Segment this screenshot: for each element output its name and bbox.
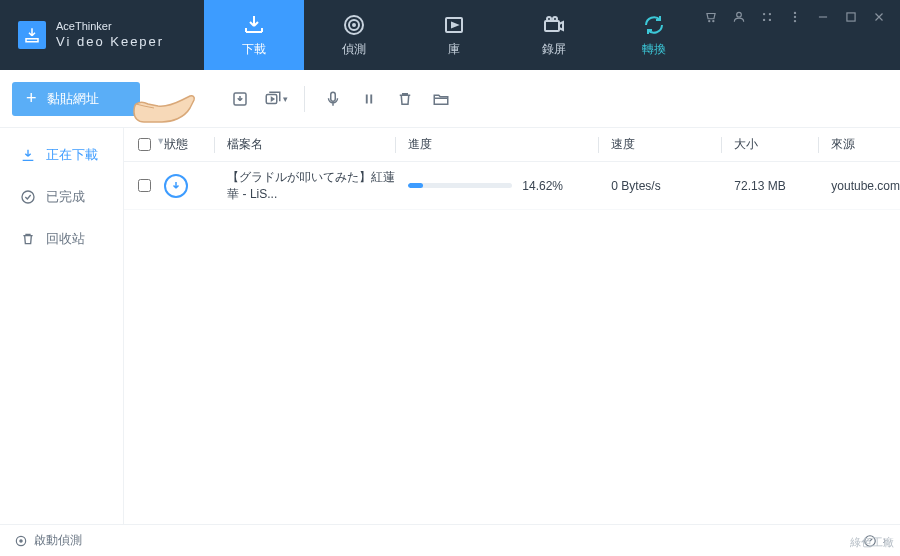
svg-point-8 (763, 13, 765, 15)
convert-icon (642, 13, 666, 37)
watermark: 綠色工廠 (850, 535, 894, 550)
apps-icon[interactable] (760, 10, 774, 24)
minimize-button[interactable] (816, 10, 830, 24)
sidebar-item-trash[interactable]: 回收站 (0, 218, 123, 260)
app-logo-text: AceThinker Vi deo Keeper (56, 19, 164, 50)
svg-point-13 (794, 16, 796, 18)
sidebar-item-label: 已完成 (46, 188, 85, 206)
radar-icon (342, 13, 366, 37)
download-icon (242, 13, 266, 37)
statusbar: 啟動偵測 › (0, 524, 900, 556)
paste-url-label: 黏貼網址 (47, 90, 99, 108)
cart-icon[interactable] (704, 10, 718, 24)
svg-point-7 (737, 12, 742, 17)
download-icon (20, 147, 36, 163)
close-button[interactable] (872, 10, 886, 24)
select-all-checkbox[interactable] (138, 138, 151, 151)
svg-point-11 (769, 19, 771, 21)
nav-tab-record[interactable]: 錄屏 (504, 0, 604, 70)
svg-point-12 (794, 12, 796, 14)
th-progress[interactable]: 進度 (408, 137, 432, 151)
table-row[interactable]: 【グラドルが叩いてみた】紅蓮華 - LiS... 14.62% 0 Bytes/… (124, 162, 900, 210)
trash-icon (20, 231, 36, 247)
toolbar: + 黏貼網址 ▾ (0, 70, 900, 128)
download-single-button[interactable] (222, 82, 258, 116)
table-header: ▼狀態 檔案名 進度 速度 大小 來源 (124, 128, 900, 162)
user-icon[interactable] (732, 10, 746, 24)
row-filename: 【グラドルが叩いてみた】紅蓮華 - LiS... (227, 169, 395, 203)
nav-tab-label: 庫 (448, 41, 460, 58)
svg-point-5 (547, 17, 551, 21)
nav-tab-label: 轉換 (642, 41, 666, 58)
svg-point-14 (794, 20, 796, 22)
folder-button[interactable] (423, 82, 459, 116)
menu-icon[interactable] (788, 10, 802, 24)
th-source[interactable]: 來源 (831, 137, 855, 151)
sort-indicator[interactable]: ▼ (156, 136, 165, 146)
delete-button[interactable] (387, 82, 423, 116)
mic-button[interactable] (315, 82, 351, 116)
maximize-button[interactable] (844, 10, 858, 24)
target-icon (14, 534, 28, 548)
progress-label: 14.62% (522, 179, 563, 193)
separator (304, 86, 305, 112)
toolbar-icons: ▾ (222, 82, 459, 116)
svg-point-10 (763, 19, 765, 21)
svg-point-2 (353, 24, 355, 26)
downloading-status-icon[interactable] (164, 174, 188, 198)
plus-icon: + (26, 88, 37, 109)
pause-button[interactable] (351, 82, 387, 116)
nav-tab-download[interactable]: 下載 (204, 0, 304, 70)
progress-bar (408, 183, 512, 188)
svg-point-19 (22, 191, 34, 203)
batch-download-button[interactable]: ▾ (258, 82, 294, 116)
nav-tab-label: 錄屏 (542, 41, 566, 58)
progress-cell: 14.62% (408, 179, 598, 193)
nav-tab-label: 下載 (242, 41, 266, 58)
app-logo: AceThinker Vi deo Keeper (0, 0, 204, 70)
sidebar-item-label: 回收站 (46, 230, 85, 248)
svg-rect-18 (331, 92, 336, 101)
row-speed: 0 Bytes/s (611, 179, 721, 193)
th-speed[interactable]: 速度 (611, 137, 635, 151)
th-size[interactable]: 大小 (734, 137, 758, 151)
nav-tab-label: 偵測 (342, 41, 366, 58)
nav-tab-convert[interactable]: 轉換 (604, 0, 704, 70)
sidebar: 正在下載 已完成 回收站 (0, 128, 124, 524)
svg-point-21 (20, 539, 22, 541)
window-controls (704, 0, 900, 70)
app-logo-icon (18, 21, 46, 49)
svg-point-9 (769, 13, 771, 15)
th-status[interactable]: 狀態 (164, 137, 188, 151)
nav-tabs: 下載 偵測 庫 錄屏 轉換 (204, 0, 704, 70)
main-area: 正在下載 已完成 回收站 ▼狀態 檔案名 進度 速度 大小 來源 (0, 128, 900, 524)
svg-point-6 (553, 17, 557, 21)
titlebar: AceThinker Vi deo Keeper 下載 偵測 庫 錄屏 轉換 (0, 0, 900, 70)
th-filename[interactable]: 檔案名 (227, 137, 263, 151)
sidebar-item-label: 正在下載 (46, 146, 98, 164)
svg-rect-15 (847, 13, 855, 21)
paste-url-button[interactable]: + 黏貼網址 (12, 82, 140, 116)
nav-tab-detect[interactable]: 偵測 (304, 0, 404, 70)
auto-detect-label: 啟動偵測 (34, 532, 82, 549)
row-checkbox[interactable] (138, 179, 151, 192)
content: ▼狀態 檔案名 進度 速度 大小 來源 【グラドルが叩いてみた】紅蓮華 - Li… (124, 128, 900, 524)
camera-icon (542, 13, 566, 37)
row-size: 72.13 MB (734, 179, 818, 193)
check-icon (20, 189, 36, 205)
sidebar-item-completed[interactable]: 已完成 (0, 176, 123, 218)
row-source: youtube.com (831, 179, 900, 193)
hand-cursor-overlay (130, 82, 198, 134)
svg-rect-4 (545, 21, 559, 31)
auto-detect-toggle[interactable]: 啟動偵測 (14, 532, 82, 549)
nav-tab-library[interactable]: 庫 (404, 0, 504, 70)
sidebar-item-downloading[interactable]: 正在下載 (0, 134, 123, 176)
progress-fill (408, 183, 423, 188)
library-icon (442, 13, 466, 37)
